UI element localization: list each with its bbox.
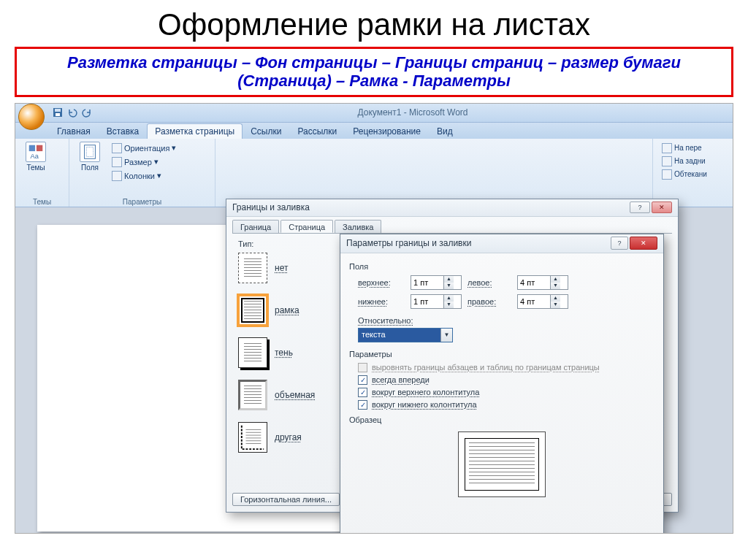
type-none-icon (238, 253, 267, 283)
tab-mailings[interactable]: Рассылки (289, 123, 345, 139)
sample-label: Образец (349, 415, 654, 424)
left-input[interactable] (518, 276, 550, 289)
header-label: вокруг верхнего колонтитула (372, 388, 479, 396)
office-button[interactable] (18, 104, 45, 130)
front-label: всегда впереди (372, 375, 430, 384)
spin-up-icon[interactable]: ▲ (444, 295, 454, 302)
dialog-tabs: Граница Страница Заливка (226, 217, 678, 233)
align-label: выровнять границы абзацев и таблиц по гр… (372, 363, 600, 372)
chevron-down-icon[interactable]: ▼ (440, 329, 452, 342)
type-shadow-label: тень (275, 348, 293, 358)
footer-label: вокруг нижнего колонтитула (372, 400, 477, 409)
group-arrange: На пере На задни Обтекани Упорядо (652, 139, 733, 207)
left-label: левое: (468, 278, 511, 287)
group-page-setup: Поля Ориентация ▾ Размер ▾ Колонки ▾ Пар… (69, 139, 215, 207)
type-box-icon (238, 295, 267, 326)
footer-checkbox[interactable]: ✓ (358, 400, 367, 410)
backward-label: На задни (674, 157, 706, 165)
svg-rect-1 (55, 109, 61, 112)
themes-icon: Aa (26, 142, 46, 162)
orientation-icon (112, 143, 122, 153)
options-titlebar: Параметры границы и заливки ? ✕ (340, 234, 663, 253)
svg-rect-8 (242, 425, 264, 448)
size-icon (112, 157, 122, 167)
type-3d-label: объемная (275, 390, 315, 400)
help-button[interactable]: ? (630, 202, 650, 213)
size-button[interactable]: Размер ▾ (109, 156, 179, 169)
footer-checkbox-row[interactable]: ✓ вокруг нижнего колонтитула (358, 400, 654, 410)
spin-down-icon[interactable]: ▼ (551, 302, 560, 308)
forward-icon (662, 143, 672, 153)
wrap-icon (662, 169, 672, 180)
tab-view[interactable]: Вид (429, 123, 461, 139)
align-checkbox-row[interactable]: выровнять границы абзацев и таблиц по гр… (358, 363, 654, 372)
tab-border[interactable]: Граница (232, 220, 279, 233)
undo-icon[interactable] (66, 107, 78, 118)
backward-icon (662, 156, 672, 166)
header-checkbox[interactable]: ✓ (358, 388, 367, 397)
spin-down-icon[interactable]: ▼ (444, 302, 454, 308)
redo-icon[interactable] (81, 107, 93, 118)
bottom-spinner[interactable]: ▲▼ (411, 294, 462, 309)
margins-group-label: Поля (349, 262, 654, 271)
columns-button[interactable]: Колонки ▾ (109, 169, 179, 183)
tab-page-layout[interactable]: Разметка страницы (147, 123, 243, 139)
margins-button[interactable]: Поля (75, 142, 104, 184)
options-close-button[interactable]: ✕ (630, 237, 657, 250)
left-spinner[interactable]: ▲▼ (517, 275, 568, 290)
right-spinner[interactable]: ▲▼ (517, 294, 568, 309)
type-shadow-icon (238, 337, 267, 368)
slide-title: Оформление рамки на листах (0, 0, 748, 47)
type-none-label: нет (275, 263, 288, 273)
themes-button[interactable]: Aa Темы (21, 142, 50, 184)
horizontal-line-button[interactable]: Горизонтальная линия... (232, 493, 340, 506)
top-input[interactable] (411, 276, 443, 289)
group-themes: Aa Темы Темы (15, 139, 69, 207)
tab-review[interactable]: Рецензирование (345, 123, 429, 139)
ribbon-tabs: Главная Вставка Разметка страницы Ссылки… (15, 123, 733, 139)
bottom-label: нижнее: (358, 297, 405, 306)
tab-shading[interactable]: Заливка (335, 220, 381, 233)
tab-page[interactable]: Страница (280, 220, 333, 233)
text-wrap-button[interactable]: Обтекани (659, 168, 727, 181)
border-options-dialog: Параметры границы и заливки ? ✕ Поля вер… (340, 234, 664, 534)
right-input[interactable] (518, 295, 550, 308)
front-checkbox-row[interactable]: ✓ всегда впереди (358, 375, 654, 385)
bottom-input[interactable] (411, 295, 443, 308)
dialog-title: Границы и заливка (232, 202, 310, 212)
header-checkbox-row[interactable]: ✓ вокруг верхнего колонтитула (358, 388, 654, 397)
right-label: правое: (468, 297, 511, 306)
spin-down-icon[interactable]: ▼ (444, 283, 454, 289)
top-spinner[interactable]: ▲▼ (411, 275, 462, 290)
forward-label: На пере (674, 144, 702, 152)
margins-icon (80, 142, 100, 162)
spin-up-icon[interactable]: ▲ (551, 276, 560, 283)
spin-up-icon[interactable]: ▲ (551, 295, 560, 302)
send-backward-button[interactable]: На задни (659, 155, 727, 168)
spin-up-icon[interactable]: ▲ (444, 276, 454, 283)
type-3d-icon (238, 380, 267, 410)
tab-home[interactable]: Главная (49, 123, 99, 139)
front-checkbox[interactable]: ✓ (358, 375, 367, 385)
save-icon[interactable] (52, 107, 64, 118)
orientation-button[interactable]: Ориентация ▾ (109, 142, 179, 155)
svg-rect-3 (29, 145, 35, 150)
tab-insert[interactable]: Вставка (99, 123, 148, 139)
svg-rect-2 (56, 113, 60, 116)
align-checkbox (358, 363, 367, 372)
margins-label: Поля (81, 164, 99, 172)
sample-preview (358, 429, 646, 499)
close-button[interactable]: ✕ (652, 202, 672, 213)
columns-label: Колонки (124, 172, 155, 180)
columns-icon (112, 171, 122, 181)
document-title: Документ1 - Microsoft Word (93, 107, 733, 118)
options-body: Поля верхнее: ▲▼ левое: ▲▼ нижнее: ▲▼ пр… (340, 253, 663, 505)
options-help-button[interactable]: ? (611, 237, 628, 250)
ribbon-body: Aa Темы Темы Поля Ориентация ▾ Размер ▾ … (15, 139, 733, 207)
wrap-label: Обтекани (674, 170, 707, 178)
bring-forward-button[interactable]: На пере (659, 142, 727, 155)
instruction-text: Разметка страницы – Фон страницы – Грани… (23, 53, 725, 91)
tab-references[interactable]: Ссылки (243, 123, 289, 139)
spin-down-icon[interactable]: ▼ (551, 283, 560, 289)
relative-combo[interactable]: текста ▼ (358, 328, 453, 342)
